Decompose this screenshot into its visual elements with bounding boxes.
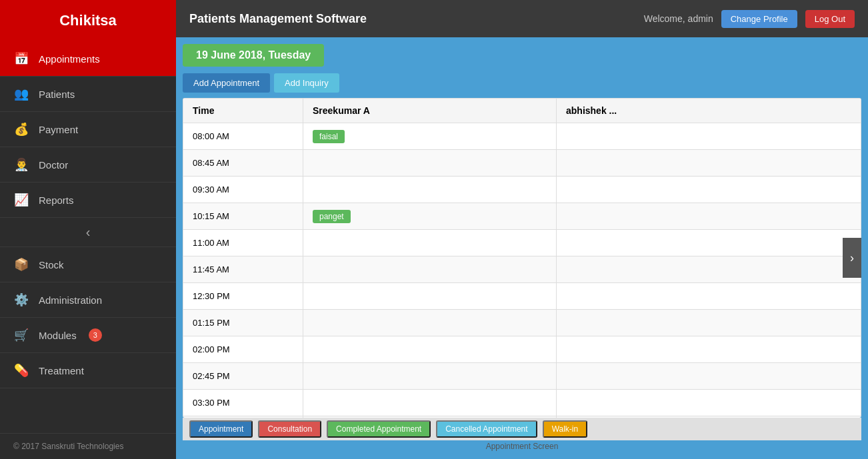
- cell-abhishek: [557, 310, 861, 336]
- add-appointment-button[interactable]: Add Appointment: [183, 73, 270, 93]
- payment-icon: 💰: [13, 121, 29, 137]
- legend-walkin[interactable]: Walk-in: [543, 420, 588, 438]
- screen-label: Appointment Screen: [183, 440, 861, 452]
- table-row: 01:15 PM: [183, 310, 861, 336]
- cell-time: 11:45 AM: [183, 256, 303, 283]
- appointments-icon: 📅: [13, 51, 29, 67]
- calendar-container: 19 June 2018, Tuesday Add Appointment Ad…: [176, 37, 868, 459]
- sidebar-item-appointments[interactable]: 📅 Appointments: [0, 41, 176, 77]
- date-header: 19 June 2018, Tuesday: [183, 44, 324, 67]
- cell-abhishek: [557, 390, 861, 416]
- cell-abhishek: [557, 256, 861, 283]
- legend-appointment[interactable]: Appointment: [189, 420, 253, 438]
- cell-sreekumar: [303, 363, 557, 390]
- sidebar-label-doctor: Doctor: [39, 159, 68, 171]
- cell-abhishek: [557, 177, 861, 203]
- table-row: 10:15 AMpanget: [183, 203, 861, 230]
- cell-sreekumar: [303, 310, 557, 336]
- sidebar-label-reports: Reports: [39, 195, 74, 206]
- modules-icon: 🛒: [13, 327, 29, 343]
- cell-time: 01:15 PM: [183, 310, 303, 336]
- cell-sreekumar: [303, 256, 557, 283]
- cell-abhishek: [557, 336, 861, 363]
- table-row: 08:00 AMfaisal: [183, 123, 861, 150]
- treatment-icon: 💊: [13, 362, 29, 378]
- sidebar-item-doctor[interactable]: 👨‍⚕️ Doctor: [0, 147, 176, 183]
- appointment-chip[interactable]: faisal: [313, 130, 345, 143]
- table-row: 12:30 PM: [183, 283, 861, 310]
- cell-time: 08:45 AM: [183, 150, 303, 177]
- col-abhishek: abhishek ...: [557, 99, 861, 123]
- sidebar-label-modules: Modules: [39, 330, 77, 341]
- administration-icon: ⚙️: [13, 292, 29, 308]
- app-logo: Chikitsa: [0, 0, 176, 41]
- sidebar-item-administration[interactable]: ⚙️ Administration: [0, 282, 176, 318]
- sidebar: Chikitsa 📅 Appointments 👥 Patients 💰 Pay…: [0, 0, 176, 459]
- topbar-right: Welcome, admin Change Profile Log Out: [644, 10, 855, 28]
- content-area: 19 June 2018, Tuesday Add Appointment Ad…: [176, 37, 868, 459]
- cell-sreekumar: [303, 336, 557, 363]
- topbar: Patients Management Software Welcome, ad…: [176, 0, 868, 37]
- table-row: 09:30 AM: [183, 177, 861, 203]
- main-content: Patients Management Software Welcome, ad…: [176, 0, 868, 459]
- table-row: 02:45 PM: [183, 363, 861, 390]
- sidebar-item-modules[interactable]: 🛒 Modules 3: [0, 318, 176, 353]
- schedule-table-wrapper[interactable]: Time Sreekumar A abhishek ... 08:00 AMfa…: [183, 98, 861, 418]
- stock-icon: 📦: [13, 256, 29, 272]
- cell-sreekumar: [303, 416, 557, 418]
- legend-consultation[interactable]: Consultation: [258, 420, 321, 438]
- sidebar-item-treatment[interactable]: 💊 Treatment: [0, 353, 176, 388]
- cell-time: 03:30 PM: [183, 390, 303, 416]
- sidebar-label-patients: Patients: [39, 89, 75, 100]
- cell-abhishek: [557, 150, 861, 177]
- app-title: Patients Management Software: [189, 12, 367, 26]
- cell-sreekumar: [303, 390, 557, 416]
- welcome-text: Welcome, admin: [644, 13, 713, 24]
- cell-time: 08:00 AM: [183, 123, 303, 150]
- sidebar-collapse-btn[interactable]: ‹: [0, 218, 176, 247]
- collapse-icon: ‹: [86, 225, 91, 240]
- schedule-table: Time Sreekumar A abhishek ... 08:00 AMfa…: [183, 98, 861, 418]
- sidebar-item-stock[interactable]: 📦 Stock: [0, 247, 176, 282]
- right-nav-arrow[interactable]: ›: [843, 238, 861, 278]
- legend-completed-appointment[interactable]: Completed Appointment: [327, 420, 431, 438]
- cell-abhishek: [557, 416, 861, 418]
- cell-abhishek: [557, 230, 861, 256]
- sidebar-footer: © 2017 Sanskruti Technologies: [0, 433, 176, 459]
- cell-abhishek: [557, 123, 861, 150]
- table-row: 11:00 AM: [183, 230, 861, 256]
- table-row: 08:45 AM: [183, 150, 861, 177]
- cell-abhishek: [557, 283, 861, 310]
- cell-time: 10:15 AM: [183, 203, 303, 230]
- legend-cancelled-appointment[interactable]: Cancelled Appointment: [436, 420, 537, 438]
- cell-sreekumar: [303, 283, 557, 310]
- cell-abhishek: [557, 363, 861, 390]
- sidebar-label-payment: Payment: [39, 124, 78, 135]
- sidebar-label-stock: Stock: [39, 259, 64, 270]
- sidebar-item-reports[interactable]: 📈 Reports: [0, 183, 176, 218]
- logout-button[interactable]: Log Out: [805, 10, 855, 28]
- action-buttons: Add Appointment Add Inquiry: [183, 73, 861, 93]
- sidebar-label-administration: Administration: [39, 294, 102, 306]
- cell-time: 02:45 PM: [183, 363, 303, 390]
- sidebar-item-payment[interactable]: 💰 Payment: [0, 112, 176, 147]
- sidebar-label-treatment: Treatment: [39, 365, 84, 376]
- doctor-icon: 👨‍⚕️: [13, 157, 29, 173]
- table-row: 02:00 PM: [183, 336, 861, 363]
- sidebar-item-patients[interactable]: 👥 Patients: [0, 77, 176, 112]
- legend-row: Appointment Consultation Completed Appoi…: [183, 418, 861, 440]
- table-row: 03:30 PM: [183, 390, 861, 416]
- appointment-chip[interactable]: panget: [313, 210, 351, 223]
- cell-time: 02:00 PM: [183, 336, 303, 363]
- change-profile-button[interactable]: Change Profile: [721, 10, 797, 28]
- col-sreekumar: Sreekumar A: [303, 99, 557, 123]
- cell-abhishek: [557, 203, 861, 230]
- cell-time: 09:30 AM: [183, 177, 303, 203]
- cell-sreekumar: [303, 150, 557, 177]
- sidebar-label-appointments: Appointments: [39, 53, 100, 65]
- add-inquiry-button[interactable]: Add Inquiry: [274, 73, 339, 93]
- cell-sreekumar: panget: [303, 203, 557, 230]
- cell-time: 11:00 AM: [183, 230, 303, 256]
- cell-time: 04:15 PM: [183, 416, 303, 418]
- col-time: Time: [183, 99, 303, 123]
